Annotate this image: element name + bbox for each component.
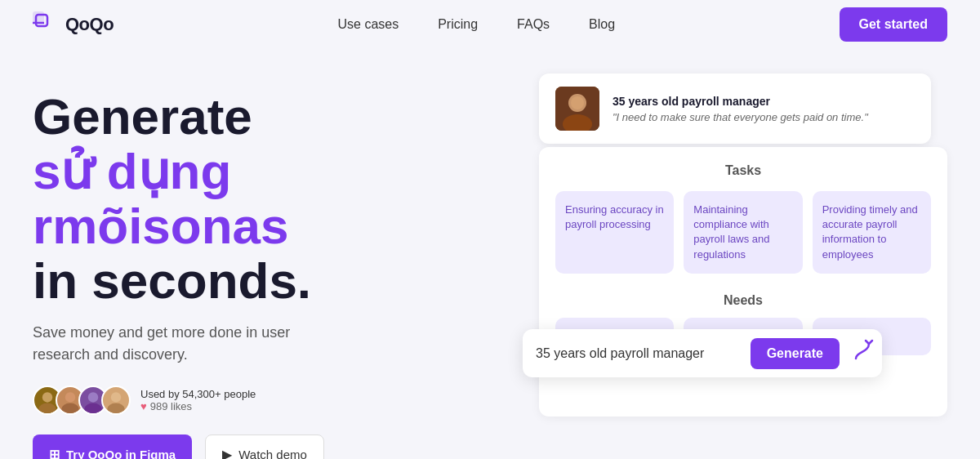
persona-avatar	[555, 87, 599, 131]
nav-faqs[interactable]: FAQs	[517, 17, 550, 31]
avatar	[101, 385, 131, 415]
watch-demo-button[interactable]: ▶ Watch demo	[205, 434, 324, 459]
hero-title-line1: Generate	[33, 88, 252, 145]
hero-section: Generate sử dụng rmõisonas in seconds. S…	[0, 49, 980, 459]
persona-name: 35 years old payroll manager	[612, 95, 868, 108]
social-text: Used by 54,300+ people ♥ 989 likes	[140, 388, 256, 412]
generate-input-text: 35 years old payroll manager	[536, 346, 741, 361]
logo-text: QoQo	[65, 14, 114, 35]
likes-count: ♥ 989 likes	[140, 400, 256, 412]
hero-title-line3: in seconds.	[33, 252, 311, 309]
svg-rect-0	[33, 11, 44, 23]
svg-point-7	[88, 392, 98, 402]
nav-use-cases[interactable]: Use cases	[337, 17, 399, 31]
persona-info: 35 years old payroll manager "I need to …	[612, 95, 868, 123]
hero-left: Generate sử dụng rmõisonas in seconds. S…	[33, 65, 490, 459]
generate-button[interactable]: Generate	[751, 338, 840, 369]
used-by-count: Used by 54,300+ people	[140, 388, 256, 400]
task-cards: Ensuring accuracy in payroll processing …	[555, 191, 931, 274]
nav-blog[interactable]: Blog	[589, 17, 615, 31]
svg-point-14	[571, 96, 584, 109]
svg-point-5	[65, 392, 75, 402]
logo-icon	[33, 11, 59, 38]
svg-point-8	[84, 403, 101, 412]
avatars	[33, 385, 131, 415]
heart-icon: ♥	[140, 400, 147, 412]
figma-icon: ⊞	[49, 447, 60, 459]
hero-buttons: ⊞ Try QoQo in Figma ▶ Watch demo	[33, 434, 490, 459]
hero-title: Generate sử dụng rmõisonas in seconds.	[33, 90, 490, 309]
svg-point-4	[38, 403, 56, 412]
play-icon: ▶	[222, 447, 232, 459]
navbar: QoQo Use cases Pricing FAQs Blog Get sta…	[0, 0, 980, 49]
task-card-2: Providing timely and accurate payroll in…	[813, 191, 931, 274]
get-started-button[interactable]: Get started	[840, 7, 947, 42]
hero-title-line2: sử dụng rmõisonas	[33, 143, 289, 254]
needs-title: Needs	[555, 293, 931, 308]
svg-point-3	[42, 392, 52, 402]
logo[interactable]: QoQo	[33, 11, 114, 38]
task-card-1: Maintaining compliance with payroll laws…	[684, 191, 802, 274]
nav-pricing[interactable]: Pricing	[438, 17, 478, 31]
svg-point-6	[61, 403, 78, 412]
hero-right: 35 years old payroll manager "I need to …	[523, 65, 947, 459]
persona-quote: "I need to make sure that everyone gets …	[612, 111, 868, 123]
try-figma-button[interactable]: ⊞ Try QoQo in Figma	[33, 434, 192, 459]
svg-point-10	[107, 403, 124, 412]
svg-point-9	[111, 392, 121, 402]
tasks-title: Tasks	[555, 163, 931, 178]
hero-subtitle: Save money and get more done in user res…	[33, 322, 327, 366]
social-proof: Used by 54,300+ people ♥ 989 likes	[33, 385, 490, 415]
nav-links: Use cases Pricing FAQs Blog	[337, 17, 615, 32]
task-card-0: Ensuring accuracy in payroll processing	[555, 191, 674, 274]
persona-card: 35 years old payroll manager "I need to …	[539, 74, 931, 144]
squiggle-icon	[849, 336, 875, 371]
generate-bar: 35 years old payroll manager Generate	[523, 329, 882, 377]
